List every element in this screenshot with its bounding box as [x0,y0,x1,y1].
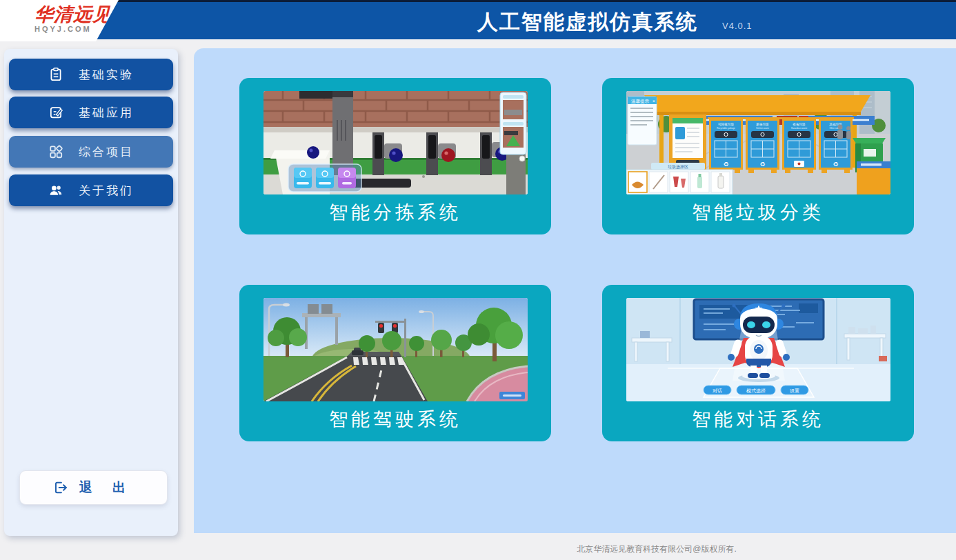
svg-text:♻: ♻ [833,161,838,168]
sidebar-item-label: 基础实验 [79,67,134,83]
tip-panel: 温馨提示 × [628,97,657,145]
brand-domain: HQYJ.COM [34,25,119,33]
dialogue-scene: 对话 模式选择 设置 [626,298,890,401]
svg-text:Hazardous waste: Hazardous waste [791,127,808,130]
card-smart-sorting[interactable]: 智能分拣系统 [239,78,551,234]
exit-label: 退 出 [79,479,134,497]
svg-text:×: × [653,99,655,103]
canopy [644,95,870,112]
exit-button[interactable]: 退 出 [19,470,168,505]
header: 人工智能虚拟仿真系统 V4.0.1 华清远见 HQYJ.COM [0,0,956,39]
svg-text:Kitchen waste: Kitchen waste [756,127,769,130]
scene-side-panel [500,92,526,154]
logout-icon [53,480,68,495]
copyright-text: 北京华清远见教育科技有限公司@版权所有. [577,543,737,555]
card-smart-driving[interactable]: 智能驾驶系统 [239,285,551,441]
sidebar-item-comprehensive-projects[interactable]: 综合项目 [9,136,173,168]
sorting-scene [263,91,528,194]
brand-name: 华清远见 [34,5,119,24]
selector-title: 垃圾选择区 [667,164,688,170]
sidebar-item-label: 综合项目 [79,144,134,160]
sidebar-item-label: 基础应用 [79,105,134,121]
mode-button-label: 模式选择 [746,388,766,394]
svg-text:可回收垃圾: 可回收垃圾 [718,122,734,127]
orange-cabinet [857,161,890,194]
garbage-scene-image: 温馨提示 × [626,91,890,194]
svg-text:Recyclable garbage: Recyclable garbage [717,127,735,130]
dialogue-scene-image: 对话 模式选择 设置 [626,298,890,401]
version-label: V4.0.1 [722,21,753,31]
sorting-scene-image [263,91,528,194]
app-window: 人工智能虚拟仿真系统 V4.0.1 华清远见 HQYJ.COM 基础实验 基础应… [0,0,956,560]
card-garbage-classification[interactable]: 温馨提示 × [602,78,914,234]
svg-text:♻: ♻ [723,161,728,168]
camera-gantry [332,91,353,175]
card-title: 智能驾驶系统 [239,407,551,432]
edit-doc-icon [48,105,63,120]
page-title: 人工智能虚拟仿真系统 [477,8,698,37]
garbage-bin-hazardous: 有害垃圾 Hazardous waste [782,119,816,173]
scene-corner-button [499,392,525,399]
garbage-bin-recyclable: 可回收垃圾 Recyclable garbage ♻ [709,119,743,173]
sidebar: 基础实验 基础应用 综合项目 关于我们 退 出 [4,49,178,536]
garbage-bin-kitchen: 厨余垃圾 Kitchen waste ♻ [746,119,779,173]
sidebar-item-basic-applications[interactable]: 基础应用 [9,97,173,128]
dialog-button-label: 对话 [713,388,722,394]
svg-text:♻: ♻ [759,161,765,168]
sidebar-item-label: 关于我们 [79,183,134,199]
brand-logo[interactable]: 华清远见 HQYJ.COM [0,0,119,41]
sidebar-item-about-us[interactable]: 关于我们 [9,174,173,206]
card-smart-dialogue[interactable]: 对话 模式选择 设置 智能对话系统 [602,285,914,441]
card-title: 智能对话系统 [602,407,914,432]
users-icon [48,183,63,198]
settings-button-label: 设置 [790,388,799,393]
tip-panel-title: 温馨提示 [631,99,650,104]
sidebar-item-basic-experiments[interactable]: 基础实验 [9,59,173,90]
grid-icon [48,144,63,159]
clipboard-icon [48,67,63,82]
driving-scene [263,298,528,401]
main-panel: 智能分拣系统 [194,48,956,533]
scene-dialog-buttons: 对话 模式选择 设置 [704,386,808,394]
driving-scene-image [263,298,528,401]
card-title: 智能分拣系统 [239,200,551,225]
card-title: 智能垃圾分类 [602,200,914,225]
scene-hud-buttons [288,164,361,192]
garbage-scene: 温馨提示 × [626,91,890,194]
